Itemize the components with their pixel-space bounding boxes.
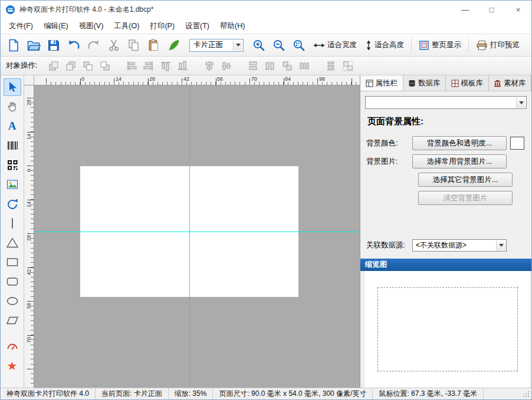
layer-up-icon bbox=[48, 60, 60, 72]
h-ruler-label: 70 bbox=[251, 76, 257, 82]
chevron-down-icon bbox=[499, 244, 504, 247]
object-select-arrow[interactable] bbox=[516, 97, 526, 108]
align-bottom-button[interactable] bbox=[175, 58, 191, 74]
distribute-vertical-button[interactable] bbox=[323, 58, 339, 74]
feather-tool-button[interactable] bbox=[165, 36, 183, 55]
page-select-arrow[interactable] bbox=[233, 40, 242, 51]
v-ruler-label: 28 bbox=[26, 98, 32, 107]
select-tool[interactable] bbox=[4, 78, 21, 96]
menu-view[interactable]: 视图(V) bbox=[74, 18, 109, 34]
main-area: A bbox=[1, 75, 531, 388]
center-vertical-button[interactable] bbox=[219, 58, 234, 74]
menu-help[interactable]: 帮助(H) bbox=[215, 18, 250, 34]
properties-icon bbox=[366, 80, 373, 87]
equal-width-button[interactable] bbox=[245, 58, 261, 74]
thumbnail-title: 缩览图 bbox=[365, 260, 387, 270]
tab-properties[interactable]: 属性栏 bbox=[360, 75, 403, 91]
align-right-button[interactable] bbox=[141, 58, 156, 74]
statusbar-zoom: 缩放: 35% bbox=[169, 388, 214, 399]
statusbar-page-size: 页面尺寸: 90.0 毫米 x 54.0 毫米, 300 像素/英寸 bbox=[213, 388, 373, 399]
line-tool[interactable] bbox=[4, 214, 21, 232]
barcode-tool[interactable] bbox=[4, 137, 21, 154]
vertical-center-guide bbox=[189, 85, 190, 388]
right-panel: 属性栏 数据库 模板库 素材库 bbox=[360, 75, 531, 388]
menu-settings[interactable]: 设置(T) bbox=[180, 18, 215, 34]
layer-up-button[interactable] bbox=[46, 58, 61, 74]
line-icon bbox=[6, 217, 19, 230]
pan-tool[interactable] bbox=[4, 98, 21, 115]
align-top-button[interactable] bbox=[158, 58, 173, 74]
menu-tools[interactable]: 工具(O) bbox=[109, 18, 145, 34]
datasource-combo[interactable]: <不关联数据源> bbox=[412, 239, 507, 252]
datasource-value: <不关联数据源> bbox=[416, 240, 467, 250]
resize-grip[interactable] bbox=[522, 390, 530, 398]
menu-print[interactable]: 打印(P) bbox=[145, 18, 180, 34]
minimize-button[interactable]: — bbox=[452, 1, 478, 18]
object-select-combo[interactable] bbox=[365, 96, 527, 109]
ellipse-tool[interactable] bbox=[4, 292, 21, 310]
clear-background-button[interactable]: 清空背景图片 bbox=[418, 191, 513, 205]
rectangle-icon bbox=[6, 256, 19, 269]
chevron-down-icon bbox=[236, 44, 241, 47]
save-button[interactable] bbox=[44, 36, 63, 55]
redo-button[interactable] bbox=[84, 36, 103, 55]
distribute-horizontal-button[interactable] bbox=[297, 58, 312, 74]
equal-size-button[interactable] bbox=[280, 58, 295, 74]
tab-template-library[interactable]: 模板库 bbox=[446, 75, 489, 91]
maximize-button[interactable]: □ bbox=[478, 1, 505, 18]
star-tool[interactable]: ★ bbox=[4, 357, 21, 375]
window-controls: — □ × bbox=[452, 1, 531, 18]
image-tool[interactable] bbox=[4, 176, 21, 193]
rounded-rectangle-tool[interactable] bbox=[4, 273, 21, 290]
cut-button[interactable] bbox=[104, 36, 123, 55]
menu-edit[interactable]: 编辑(E) bbox=[38, 18, 74, 34]
tab-material-library-label: 素材库 bbox=[504, 78, 526, 88]
distribute-horizontal-icon bbox=[298, 60, 310, 72]
printer-icon bbox=[476, 40, 488, 51]
design-canvas[interactable] bbox=[34, 85, 360, 388]
qrcode-tool[interactable] bbox=[4, 156, 21, 174]
page-select-combo[interactable]: 卡片正面 bbox=[189, 39, 244, 52]
tab-database[interactable]: 数据库 bbox=[403, 75, 446, 91]
undo-button[interactable] bbox=[64, 36, 83, 55]
background-color-row: 背景颜色: 背景颜色和透明度... bbox=[366, 136, 527, 150]
thumbnail-area bbox=[365, 271, 530, 388]
align-left-button[interactable] bbox=[124, 58, 139, 74]
paste-button[interactable] bbox=[145, 36, 163, 55]
background-image-row: 背景图片: 选择常用背景图片... bbox=[366, 154, 527, 168]
send-to-back-button[interactable] bbox=[97, 58, 113, 74]
text-tool[interactable]: A bbox=[4, 117, 21, 135]
new-document-button[interactable] bbox=[4, 36, 23, 55]
background-color-button[interactable]: 背景颜色和透明度... bbox=[412, 136, 507, 150]
zoom-selection-icon bbox=[292, 38, 306, 52]
close-button[interactable]: × bbox=[505, 1, 531, 18]
canvas-area: 0 14 28 42 56 70 84 98 28 14 0 14 28 42 … bbox=[24, 75, 360, 388]
bring-to-front-button[interactable] bbox=[80, 58, 96, 74]
gauge-tool[interactable] bbox=[4, 338, 21, 355]
datasource-arrow[interactable] bbox=[496, 240, 505, 250]
choose-other-background-button[interactable]: 选择其它背景图片... bbox=[418, 173, 513, 187]
triangle-tool[interactable] bbox=[4, 234, 21, 252]
polygon-tool[interactable] bbox=[4, 312, 21, 329]
menu-file[interactable]: 文件(F) bbox=[4, 18, 38, 34]
center-horizontal-button[interactable] bbox=[202, 58, 217, 74]
v-ruler-label: 0 bbox=[26, 166, 32, 175]
fit-height-button[interactable]: 适合高度 bbox=[362, 36, 408, 55]
fit-width-button[interactable]: 适合宽度 bbox=[310, 36, 360, 55]
group-objects-button[interactable] bbox=[340, 58, 356, 74]
rectangle-tool[interactable] bbox=[4, 253, 21, 271]
tab-material-library[interactable]: 素材库 bbox=[489, 75, 532, 91]
rotate-tool[interactable] bbox=[4, 195, 21, 213]
zoom-in-button[interactable] bbox=[249, 36, 268, 55]
print-preview-label: 打印预览 bbox=[490, 40, 520, 50]
rounded-rectangle-icon bbox=[6, 275, 19, 288]
open-file-button[interactable] bbox=[24, 36, 43, 55]
zoom-out-button[interactable] bbox=[270, 36, 288, 55]
layer-down-button[interactable] bbox=[63, 58, 78, 74]
equal-height-button[interactable] bbox=[262, 58, 278, 74]
copy-button[interactable] bbox=[124, 36, 143, 55]
choose-common-background-button[interactable]: 选择常用背景图片... bbox=[412, 154, 507, 168]
print-preview-button[interactable]: 打印预览 bbox=[472, 36, 523, 55]
zoom-selection-button[interactable] bbox=[290, 36, 308, 55]
whole-page-button[interactable]: 整页显示 bbox=[415, 36, 465, 55]
